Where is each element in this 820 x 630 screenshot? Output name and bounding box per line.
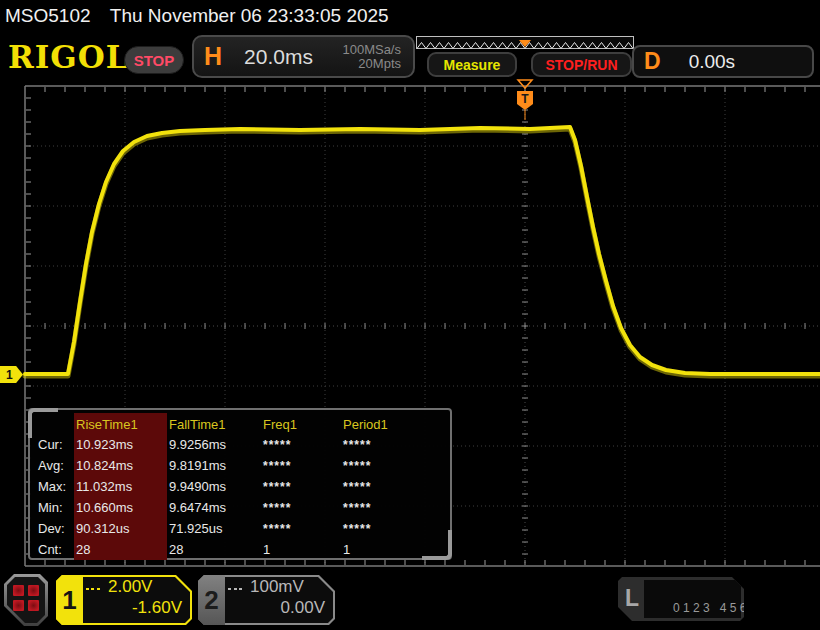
measure-value: 9.6474ms xyxy=(167,497,261,518)
run-state-badge: STOP xyxy=(124,46,184,74)
waveform-position-strip[interactable] xyxy=(416,36,634,49)
timebase-value: 20.0ms xyxy=(244,45,313,69)
measure-value: ***** xyxy=(261,518,341,539)
menu-grid-button-face xyxy=(7,577,45,623)
horizontal-timebase-panel[interactable]: H 20.0ms 100MSa/s 20Mpts xyxy=(192,35,415,78)
measure-value: ***** xyxy=(261,497,341,518)
sample-rate: 100MSa/s xyxy=(342,42,401,57)
logic-channels-badge[interactable]: L 0 1 2 3 4 5 6 7 8 9 1011 12131415 xyxy=(618,577,744,621)
measure-row-label: Max: xyxy=(36,476,74,497)
d-icon: D xyxy=(644,48,661,75)
acquisition-info: 100MSa/s 20Mpts xyxy=(342,43,401,71)
waveform-trace-ch1 xyxy=(25,127,820,374)
delay-panel[interactable]: D 0.00s xyxy=(632,45,814,78)
measure-value: ***** xyxy=(341,497,450,518)
channel1-ground-marker-label: 1 xyxy=(6,368,13,382)
measure-value: ***** xyxy=(341,476,450,497)
channel1-values: 2.00V -1.60V xyxy=(86,577,186,623)
model-name: MSO5102 xyxy=(5,5,91,26)
measurement-table: RiseTime1FallTime1Freq1Period1Cur:10.923… xyxy=(28,408,452,560)
channel2-scale: 100mV xyxy=(250,577,304,597)
stop-run-button[interactable]: STOP/RUN xyxy=(531,52,632,77)
channel1-scale: 2.00V xyxy=(108,577,152,597)
measure-value: 90.312us xyxy=(74,518,167,539)
channel2-offset: 0.00V xyxy=(228,598,329,618)
measure-col-header: RiseTime1 xyxy=(74,413,167,435)
logic-row-0-7: 0 1 2 3 4 5 6 7 xyxy=(673,601,756,615)
channel1-ground-marker[interactable]: 1 xyxy=(0,366,23,383)
measure-value: 9.9256ms xyxy=(167,434,261,455)
h-icon: H xyxy=(204,42,222,71)
measure-col-header: Freq1 xyxy=(261,413,341,435)
dc-coupling-icon xyxy=(86,585,102,590)
measure-button-label: Measure xyxy=(444,57,501,73)
menu-grid-button[interactable] xyxy=(4,574,48,626)
waveform-trace-ch1 xyxy=(25,129,820,376)
delay-value: 0.00s xyxy=(689,51,735,73)
measure-col-header: Period1 xyxy=(341,413,450,435)
measure-value: 28 xyxy=(74,539,167,560)
measure-value: 10.923ms xyxy=(74,434,167,455)
channel-bar: 1 2.00V -1.60V 2 100mV 0.00V L 0 1 2 3 4… xyxy=(0,572,820,630)
channel2-number: 2 xyxy=(198,575,225,625)
dc-coupling-icon xyxy=(228,585,244,590)
measure-value: 71.925us xyxy=(167,518,261,539)
position-strip-graphic xyxy=(417,40,633,51)
rigol-logo: RIGOL xyxy=(8,39,129,75)
status-bar: MSO5102 Thu November 06 23:33:05 2025 xyxy=(0,0,820,33)
measure-row-label: Dev: xyxy=(36,518,74,539)
measure-value: ***** xyxy=(261,476,341,497)
measure-value: 28 xyxy=(167,539,261,560)
measure-value: ***** xyxy=(261,455,341,476)
measure-value: ***** xyxy=(341,455,450,476)
measure-value: 9.9490ms xyxy=(167,476,261,497)
measure-row-label: Cnt: xyxy=(36,539,74,560)
measure-value: 1 xyxy=(261,539,341,560)
table-corner-decoration xyxy=(28,408,58,438)
measure-value: 11.032ms xyxy=(74,476,167,497)
table-corner-decoration xyxy=(422,530,452,560)
measure-value: ***** xyxy=(341,434,450,455)
channel1-number: 1 xyxy=(56,575,83,625)
logic-label: L xyxy=(625,585,639,612)
measure-row-label: Avg: xyxy=(36,455,74,476)
measure-value: 10.660ms xyxy=(74,497,167,518)
measure-col-header: FallTime1 xyxy=(167,413,261,435)
channel1-offset: -1.60V xyxy=(86,598,186,618)
measure-value: ***** xyxy=(261,434,341,455)
stop-run-button-label: STOP/RUN xyxy=(545,57,617,73)
measure-button[interactable]: Measure xyxy=(427,52,517,77)
logic-channel-numbers: 0 1 2 3 4 5 6 7 8 9 1011 12131415 xyxy=(644,580,741,618)
date-time: Thu November 06 23:33:05 2025 xyxy=(110,5,389,26)
channel2-badge[interactable]: 2 100mV 0.00V xyxy=(198,575,335,625)
grid-icon xyxy=(13,585,39,611)
channel2-values: 100mV 0.00V xyxy=(228,577,329,623)
measure-value: 9.8191ms xyxy=(167,455,261,476)
measure-row-label: Min: xyxy=(36,497,74,518)
channel1-badge[interactable]: 1 2.00V -1.60V xyxy=(56,575,192,625)
svg-text:T: T xyxy=(521,92,529,106)
memory-depth: 20Mpts xyxy=(358,56,401,71)
measure-value: 10.824ms xyxy=(74,455,167,476)
